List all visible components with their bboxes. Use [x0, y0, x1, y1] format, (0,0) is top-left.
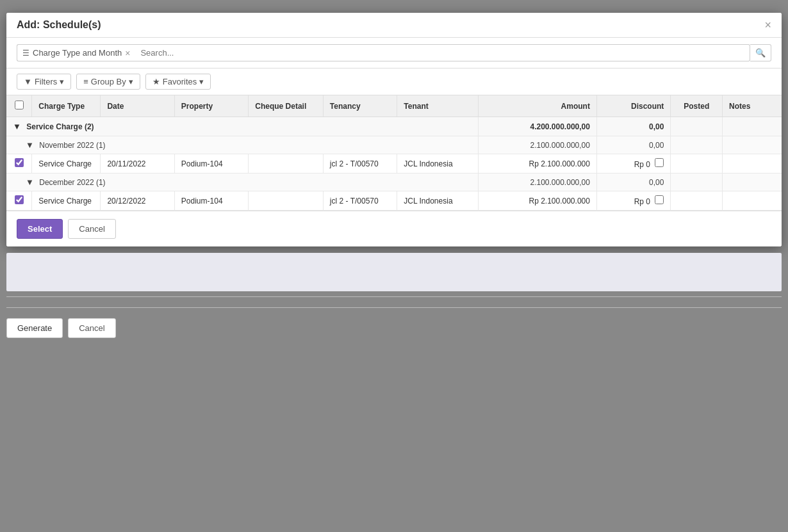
header-tenant: Tenant: [397, 95, 479, 117]
groupby-dropdown-icon: ▾: [129, 77, 133, 86]
subgroup-amount: 2.100.000.000,00: [479, 136, 597, 154]
header-date: Date: [101, 95, 174, 117]
bottom-cancel-button[interactable]: Cancel: [68, 318, 115, 338]
header-tenancy: Tenancy: [323, 95, 397, 117]
subgroup-row: ▼ November 2022 (1) 2.100.000.000,00 0,0…: [6, 136, 782, 154]
row-charge-type: Service Charge: [32, 154, 101, 173]
subgroup-amount: 2.100.000.000,00: [479, 173, 597, 191]
filters-dropdown-icon: ▾: [60, 77, 64, 86]
search-bar: ☰ Charge Type and Month × 🔍: [6, 38, 782, 69]
group-toggle[interactable]: ▼: [13, 122, 21, 131]
header-cheque-detail: Cheque Detail: [249, 95, 324, 117]
search-tag-label: Charge Type and Month: [33, 48, 122, 58]
row-amount: Rp 2.100.000.000: [479, 154, 597, 173]
row-discount-check[interactable]: [655, 195, 664, 204]
subgroup-discount: 0,00: [596, 173, 670, 191]
table-body: Charge Type Date Property Cheque Detail …: [6, 95, 782, 211]
header-charge-type: Charge Type: [32, 95, 101, 117]
row-posted: [671, 154, 723, 173]
filters-label: Filters: [35, 77, 57, 86]
filters-button[interactable]: ▼ Filters ▾: [17, 74, 71, 90]
table-header-row: Charge Type Date Property Cheque Detail …: [6, 95, 782, 117]
background-section: Generate Cancel: [6, 253, 782, 346]
row-date: 20/11/2022: [101, 154, 174, 173]
row-cheque-detail: [249, 191, 324, 211]
row-posted: [671, 191, 723, 211]
generate-button[interactable]: Generate: [6, 318, 63, 338]
header-property: Property: [174, 95, 248, 117]
row-tenancy: jcl 2 - T/00570: [323, 191, 397, 211]
header-check: [6, 95, 32, 117]
bg-panel: [6, 253, 782, 291]
divider-1: [6, 296, 782, 297]
subgroup-row: ▼ December 2022 (1) 2.100.000.000,00 0,0…: [6, 173, 782, 191]
favorites-label: Favorites: [163, 77, 197, 86]
schedules-table: Charge Type Date Property Cheque Detail …: [6, 95, 782, 211]
bottom-bar: Generate Cancel: [6, 310, 782, 346]
groupby-list-icon: ≡: [83, 77, 88, 86]
subgroup-label: ▼ November 2022 (1): [6, 136, 479, 154]
row-amount: Rp 2.100.000.000: [479, 191, 597, 211]
search-input[interactable]: [135, 44, 750, 61]
row-checkbox[interactable]: [15, 195, 24, 204]
select-all-checkbox[interactable]: [15, 101, 24, 109]
group-amount: 4.200.000.000,00: [479, 117, 597, 136]
favorites-dropdown-icon: ▾: [199, 77, 204, 86]
modal-close-button[interactable]: ×: [764, 19, 771, 31]
row-tenant: JCL Indonesia: [397, 191, 479, 211]
header-amount: Amount: [479, 95, 597, 117]
subgroup-toggle[interactable]: ▼: [26, 177, 34, 187]
subgroup-discount: 0,00: [596, 136, 670, 154]
row-notes: [723, 191, 782, 211]
row-discount-check[interactable]: [655, 158, 664, 167]
row-property: Podium-104: [174, 191, 248, 211]
search-button[interactable]: 🔍: [750, 44, 771, 61]
table-row: Service Charge 20/12/2022 Podium-104 jcl…: [6, 191, 782, 211]
row-charge-type: Service Charge: [32, 191, 101, 211]
tag-icon: ☰: [22, 49, 29, 58]
favorites-button[interactable]: ★ Favorites ▾: [145, 74, 211, 90]
toolbar: ▼ Filters ▾ ≡ Group By ▾ ★ Favorites ▾: [6, 69, 782, 95]
table-row: Service Charge 20/11/2022 Podium-104 jcl…: [6, 154, 782, 173]
search-tag: ☰ Charge Type and Month ×: [17, 44, 135, 61]
groupby-label: Group By: [91, 77, 126, 86]
row-property: Podium-104: [174, 154, 248, 173]
row-date: 20/12/2022: [101, 191, 174, 211]
subgroup-label: ▼ December 2022 (1): [6, 173, 479, 191]
group-row: ▼ Service Charge (2) 4.200.000.000,00 0,…: [6, 117, 782, 136]
row-checkbox-cell[interactable]: [6, 154, 32, 173]
groupby-button[interactable]: ≡ Group By ▾: [76, 74, 140, 90]
filter-icon: ▼: [24, 77, 32, 86]
divider-2: [6, 307, 782, 308]
row-checkbox-cell[interactable]: [6, 191, 32, 211]
cancel-button[interactable]: Cancel: [68, 219, 115, 239]
modal-footer: Select Cancel: [6, 211, 782, 246]
search-tag-remove[interactable]: ×: [125, 49, 130, 58]
row-notes: [723, 154, 782, 173]
modal-title: Add: Schedule(s): [17, 19, 101, 31]
header-discount: Discount: [596, 95, 670, 117]
row-discount: Rp 0: [596, 154, 670, 173]
favorites-star-icon: ★: [152, 77, 160, 86]
row-tenant: JCL Indonesia: [397, 154, 479, 173]
group-discount: 0,00: [596, 117, 670, 136]
row-checkbox[interactable]: [15, 158, 24, 167]
header-posted: Posted: [671, 95, 723, 117]
header-notes: Notes: [723, 95, 782, 117]
row-cheque-detail: [249, 154, 324, 173]
group-label: ▼ Service Charge (2): [6, 117, 479, 136]
select-button[interactable]: Select: [17, 219, 63, 239]
row-discount: Rp 0: [596, 191, 670, 211]
row-tenancy: jcl 2 - T/00570: [323, 154, 397, 173]
subgroup-toggle[interactable]: ▼: [26, 140, 34, 150]
